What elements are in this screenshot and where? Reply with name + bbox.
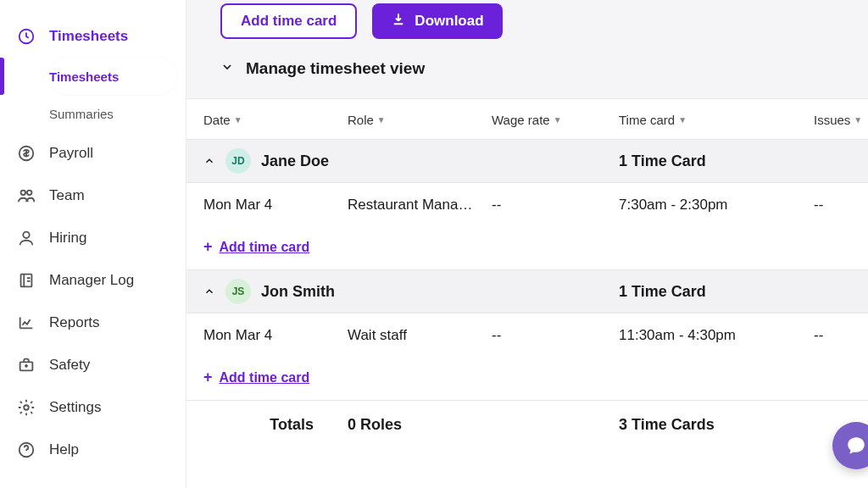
sort-icon: ▼: [678, 115, 687, 125]
time-card-count: 1 Time Card: [619, 152, 814, 170]
svg-point-3: [27, 191, 31, 196]
chevron-up-icon[interactable]: [203, 155, 215, 167]
table-row[interactable]: Mon Mar 4 Restaurant Mana… -- 7:30am - 2…: [186, 183, 868, 228]
svg-point-7: [24, 405, 29, 410]
totals-roles: 0 Roles: [348, 416, 492, 434]
employee-group-header[interactable]: JD Jane Doe 1 Time Card: [186, 140, 868, 183]
nav-item-reports[interactable]: Reports: [0, 302, 186, 344]
nav-item-manager-log[interactable]: Manager Log: [0, 259, 186, 302]
nav-item-settings[interactable]: Settings: [0, 386, 186, 429]
nav-item-payroll[interactable]: Payroll: [0, 132, 186, 175]
cell-role: Wait staff: [348, 327, 492, 344]
employee-name: Jane Doe: [261, 152, 329, 170]
cell-date: Mon Mar 4: [203, 327, 348, 344]
add-time-card-button[interactable]: Add time card: [220, 3, 357, 39]
totals-cards: 3 Time Cards: [619, 416, 814, 434]
svg-point-4: [23, 232, 29, 238]
notebook-icon: [17, 271, 36, 290]
person-icon: [17, 229, 36, 247]
cell-wage: --: [492, 197, 619, 214]
nav-item-timesheets[interactable]: Timesheets: [0, 15, 186, 58]
cell-role: Restaurant Mana…: [348, 197, 492, 214]
plus-icon: +: [203, 238, 213, 256]
chart-icon: [17, 313, 36, 332]
avatar: JS: [225, 279, 251, 304]
main-content: Add time card Download Manage timesheet …: [186, 0, 868, 488]
column-role[interactable]: Role▼: [348, 113, 492, 127]
toolbar: Add time card Download: [186, 0, 868, 54]
subnav-item-timesheets[interactable]: Timesheets: [49, 58, 177, 95]
clock-icon: [17, 27, 36, 46]
time-card-count: 1 Time Card: [619, 283, 814, 301]
nav-label: Help: [49, 441, 79, 458]
cell-date: Mon Mar 4: [203, 197, 348, 214]
totals-row: Totals 0 Roles 3 Time Cards: [186, 400, 868, 449]
column-issues[interactable]: Issues▼: [814, 113, 868, 127]
column-wage-rate[interactable]: Wage rate▼: [492, 113, 619, 127]
nav-item-help[interactable]: Help: [0, 429, 186, 471]
manage-view-toggle[interactable]: Manage timesheet view: [186, 54, 868, 98]
people-icon: [17, 186, 36, 205]
svg-point-2: [21, 191, 25, 196]
sort-icon: ▼: [377, 115, 386, 125]
employee-name: Jon Smith: [261, 283, 335, 301]
cell-issues: --: [814, 197, 868, 214]
totals-label: Totals: [203, 416, 348, 434]
nav-label: Team: [49, 187, 85, 204]
nav-label: Settings: [49, 399, 101, 416]
add-time-card-link[interactable]: + Add time card: [186, 228, 868, 270]
nav-label: Timesheets: [49, 28, 128, 45]
nav-label: Payroll: [49, 145, 93, 162]
nav-item-hiring[interactable]: Hiring: [0, 217, 186, 259]
nav-label: Reports: [49, 314, 100, 331]
cell-time: 11:30am - 4:30pm: [619, 327, 814, 344]
download-button[interactable]: Download: [372, 3, 502, 39]
briefcase-icon: [17, 356, 36, 374]
avatar: JD: [225, 148, 251, 174]
subnav-item-summaries[interactable]: Summaries: [49, 95, 186, 132]
sidebar: Timesheets Timesheets Summaries Payroll …: [0, 0, 186, 488]
add-time-card-link[interactable]: + Add time card: [186, 358, 868, 400]
sort-icon: ▼: [554, 115, 562, 125]
sort-icon: ▼: [854, 115, 862, 125]
gear-icon: [17, 398, 36, 417]
nav-label: Manager Log: [49, 272, 134, 289]
question-icon: [17, 441, 36, 459]
nav-label: Safety: [49, 357, 90, 374]
nav-item-team[interactable]: Team: [0, 175, 186, 217]
sort-icon: ▼: [234, 115, 242, 125]
nav-label: Hiring: [49, 230, 86, 247]
cell-issues: --: [814, 327, 868, 344]
cell-wage: --: [492, 327, 619, 344]
column-time-card[interactable]: Time card▼: [619, 113, 814, 127]
table-row[interactable]: Mon Mar 4 Wait staff -- 11:30am - 4:30pm…: [186, 313, 868, 358]
plus-icon: +: [203, 369, 213, 386]
employee-group-header[interactable]: JS Jon Smith 1 Time Card: [186, 270, 868, 313]
table-header: Date▼ Role▼ Wage rate▼ Time card▼ Issues…: [186, 99, 868, 140]
cell-time: 7:30am - 2:30pm: [619, 197, 814, 214]
dollar-icon: [17, 144, 36, 163]
timesheet-table: Date▼ Role▼ Wage rate▼ Time card▼ Issues…: [186, 98, 868, 488]
nav-item-safety[interactable]: Safety: [0, 344, 186, 386]
chevron-down-icon: [220, 59, 234, 78]
download-icon: [391, 12, 406, 31]
column-date[interactable]: Date▼: [203, 113, 348, 127]
chevron-up-icon[interactable]: [203, 286, 215, 297]
sub-nav: Timesheets Summaries: [0, 58, 186, 132]
